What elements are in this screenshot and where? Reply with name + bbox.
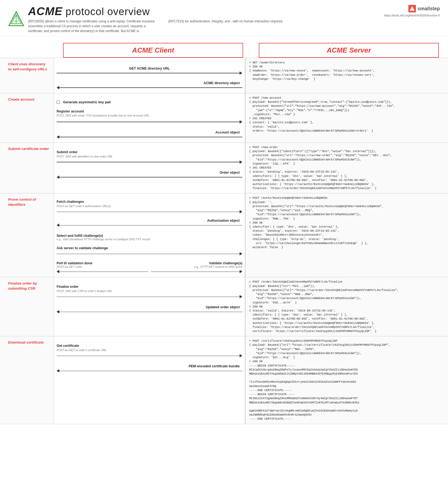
section-middle-create-account: Generate asymmetric key pair Register ac… bbox=[54, 93, 245, 142]
section-middle-download-cert: Get certificate POST-as-GET to order's c… bbox=[54, 336, 245, 424]
logo-area: ACME protocol overview (RFC8555) allows … bbox=[8, 5, 283, 33]
fetch-challenges-sublabel: POST-as-GET order's authorization URL(s) bbox=[57, 204, 242, 208]
validate-label: Validate challenge(s) bbox=[151, 261, 243, 265]
section-middle-finalize-order: Finalize order POST JWS with CSR to orde… bbox=[54, 277, 245, 336]
column-headers: ACME Client ACME Server bbox=[8, 43, 440, 58]
flow-container: Client uses discovery to self-configure … bbox=[0, 58, 448, 424]
col-client-header: ACME Client bbox=[63, 43, 243, 58]
poll-label: Poll til validation done bbox=[57, 261, 148, 265]
section-label-download-cert: Download certificate bbox=[0, 336, 54, 424]
section-middle-prove-control: Fetch challenges POST-as-GET order's aut… bbox=[54, 193, 245, 277]
poll-sublabel: POST-as-GET order bbox=[57, 265, 148, 268]
acme-logo-icon bbox=[8, 11, 24, 27]
finalize-sublabel: POST JWS with CSR to order's finalize UR… bbox=[57, 289, 242, 293]
order-obj-label: Order object bbox=[57, 171, 242, 174]
section-right-finalize-order: > POST /order/IHcUVXQKElaGFXenvHRphPZ7eB… bbox=[245, 277, 448, 336]
page-header: ACME protocol overview (RFC8555) allows … bbox=[0, 0, 448, 36]
submit-order-label: Submit order bbox=[57, 150, 242, 154]
title-block: ACME protocol overview (RFC8555) allows … bbox=[28, 5, 283, 33]
smallstep-icon bbox=[408, 5, 416, 12]
ask-validate-label: Ask server to validate challenge bbox=[57, 246, 242, 250]
smallstep-name: smallstep bbox=[418, 6, 440, 12]
rfc-link[interactable]: https://tools.ietf.org/html/rfc8555#sect… bbox=[384, 14, 440, 17]
fetch-challenges-label: Fetch challenges bbox=[57, 200, 242, 204]
validate-sublabel: e.g., HTTP GET request or DNS query bbox=[151, 265, 243, 268]
section-label-finalize-order: Finalize order by submitting CSR bbox=[0, 277, 54, 336]
fulfill-sublabel: e.g., start standalone HTTP challenge se… bbox=[57, 238, 150, 241]
col-divider bbox=[244, 43, 258, 58]
get-cert-sublabel: POST-as-GET to order's certificate URL bbox=[57, 348, 242, 352]
register-label: Register account bbox=[57, 109, 242, 113]
finalize-label: Finalize order bbox=[57, 285, 242, 289]
register-sublabel: POST JWS with email, TOS acceptance & pu… bbox=[57, 114, 242, 117]
fulfill-label: Select and fulfill challenge(s) bbox=[57, 234, 150, 238]
get-cert-label: Get certificate bbox=[57, 344, 242, 348]
section-right-prove-control: > POST /authz/N1nCcoVpQWXQF88errGA84eLn2… bbox=[245, 193, 448, 277]
section-label-discovery: Client uses discovery to self-configure … bbox=[0, 58, 54, 93]
account-obj-label: Account object bbox=[57, 131, 242, 134]
keygen-label: Generate asymmetric key pair bbox=[63, 100, 111, 104]
updated-order-label: Updated order object bbox=[57, 305, 242, 309]
submit-order-sublabel: POST JWS with identifiers to new order U… bbox=[57, 155, 242, 158]
discovery-request-label: GET ACME directory URL bbox=[57, 67, 242, 70]
section-right-submit-order: > POST /new-order { payload: Base64({"id… bbox=[245, 143, 448, 193]
page-title: ACME protocol overview bbox=[28, 5, 283, 18]
subtitle-left: (RFC8555) allows a client to manage cert… bbox=[28, 19, 157, 33]
acme-word: ACME bbox=[28, 5, 63, 18]
keygen-checkbox-icon bbox=[57, 101, 60, 104]
section-create-account: Create account Generate asymmetric key p… bbox=[0, 93, 448, 142]
section-middle-discovery: GET ACME directory URL ACME directory ob… bbox=[54, 58, 245, 93]
subtitle-right: (RFC7515) for authentication, integrity,… bbox=[168, 19, 283, 33]
section-label-submit-order: Submit certificate order bbox=[0, 143, 54, 193]
section-label-prove-control: Prove control of identifiers bbox=[0, 193, 54, 277]
section-label-create-account: Create account bbox=[0, 93, 54, 142]
smallstep-logo: smallstep bbox=[384, 5, 440, 12]
section-submit-order: Submit certificate order Submit order PO… bbox=[0, 142, 448, 193]
section-download-cert: Download certificate Get certificate POS… bbox=[0, 336, 448, 424]
header-right: smallstep https://tools.ietf.org/html/rf… bbox=[384, 5, 440, 17]
section-right-discovery: > GET /acme/directory < 200 OK { newNonc… bbox=[245, 58, 448, 93]
section-right-create-account: > POST /new-account { payload: Base64({"… bbox=[245, 93, 448, 142]
section-middle-submit-order: Submit order POST JWS with identifiers t… bbox=[54, 143, 245, 193]
section-finalize-order: Finalize order by submitting CSR Finaliz… bbox=[0, 277, 448, 336]
section-right-download-cert: > POST /certificate/14UZ4yg3OXjvIbHFRPSM… bbox=[245, 336, 448, 424]
section-discovery: Client uses discovery to self-configure … bbox=[0, 58, 448, 93]
section-prove-control: Prove control of identifiers Fetch chall… bbox=[0, 193, 448, 277]
pem-bundle-label: PEM-encoded certificate bundle bbox=[57, 364, 242, 368]
discovery-response-label: ACME directory object bbox=[57, 81, 242, 85]
col-server-header: ACME Server bbox=[259, 43, 439, 58]
authz-obj-label: Authorization object bbox=[57, 219, 242, 222]
col-spacer bbox=[8, 43, 62, 58]
